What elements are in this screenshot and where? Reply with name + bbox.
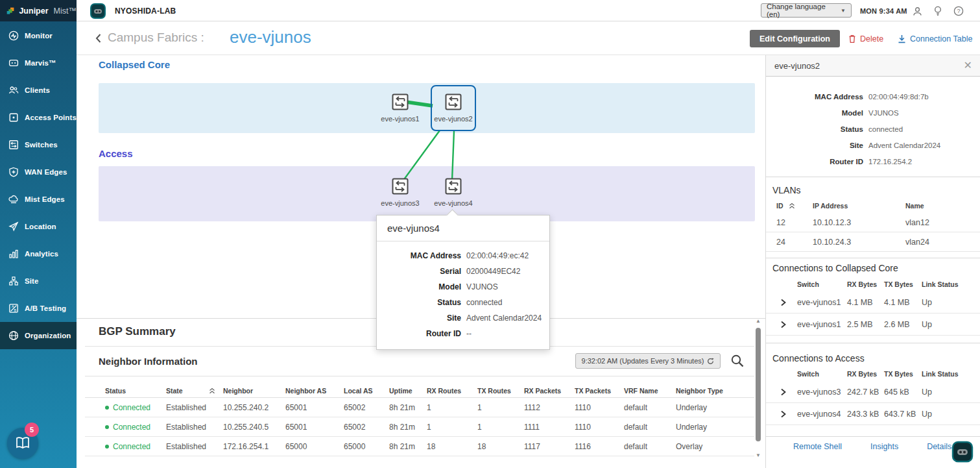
column-header-local-as[interactable]: Local AS [344, 387, 389, 395]
site-icon [8, 276, 19, 286]
marvis-bot-fab[interactable] [951, 441, 974, 465]
selected-node-ring [431, 85, 476, 131]
scroll-down-arrow[interactable]: ▼ [755, 452, 761, 458]
field-label: Status [766, 125, 863, 133]
access-points-icon [8, 112, 19, 123]
column-header-rx-packets[interactable]: RX Packets [524, 387, 575, 395]
language-selector[interactable]: Change language (en) ▼ [761, 3, 852, 18]
access-band [99, 166, 755, 221]
connection-table-button[interactable]: Connection Table [898, 30, 972, 47]
sidebar: JuniperMist™ MonitorMarvis™ClientsAccess… [0, 0, 77, 468]
field-label: Serial [377, 267, 461, 276]
column-header-neighbor-as[interactable]: Neighbor AS [285, 387, 344, 395]
table-row[interactable]: ConnectedEstablished172.16.254.165000650… [85, 437, 754, 456]
scroll-up-arrow[interactable]: ▲ [755, 318, 761, 324]
org-switcher[interactable]: NYOSHIDA-LAB [90, 3, 176, 19]
sidebar-item-mist-edges[interactable]: Mist Edges [0, 186, 77, 213]
expand-chevron[interactable] [779, 320, 797, 329]
account-icon[interactable] [911, 5, 924, 18]
topology-node-eve-vjunos3[interactable]: eve-vjunos3 [374, 178, 426, 207]
back-chevron-icon[interactable] [95, 33, 102, 46]
field-row: ModelVJUNOS [377, 279, 549, 295]
breadcrumb[interactable]: Campus Fabrics : [108, 31, 204, 45]
column-header-rx-routes[interactable]: RX Routes [427, 387, 477, 395]
column-header-tx-packets[interactable]: TX Packets [575, 387, 624, 395]
column-header-link-status[interactable]: Link Status [922, 280, 980, 288]
sidebar-item-analytics[interactable]: Analytics [0, 240, 77, 267]
column-header-label: TX Bytes [884, 370, 913, 378]
topology-canvas: Collapsed Core Access eve-vjunos1eve-vju… [77, 55, 765, 468]
juniper-mist-logo[interactable]: JuniperMist™ [0, 0, 77, 21]
field-row: Serial02000449EC42 [377, 264, 549, 279]
column-header-vrf-name[interactable]: VRF Name [624, 387, 676, 395]
sidebar-item-clients[interactable]: Clients [0, 77, 77, 104]
refresh-interval-chip[interactable]: 9:32:02 AM (Updates Every 3 Minutes) [575, 353, 721, 369]
close-icon[interactable]: ✕ [964, 55, 972, 75]
column-header-tx-bytes[interactable]: TX Bytes [884, 280, 922, 288]
chevron-down-icon: ▼ [841, 8, 846, 14]
column-header-neighbor-type[interactable]: Neighbor Type [676, 387, 754, 395]
cell: 65001 [285, 403, 344, 412]
column-header-link-status[interactable]: Link Status [922, 370, 980, 378]
sidebar-item-a-b-testing[interactable]: ABA/B Testing [0, 295, 77, 322]
sidebar-item-organization[interactable]: Organization [0, 322, 77, 349]
column-header-rx-bytes[interactable]: RX Bytes [847, 280, 884, 288]
table-row[interactable]: eve-vjunos14.1 MB4.1 MBUp [766, 291, 980, 314]
search-icon[interactable] [730, 354, 745, 368]
table-row[interactable]: eve-vjunos4243.3 kB643.7 kBUp [766, 403, 980, 425]
topology-node-eve-vjunos4[interactable]: eve-vjunos4 [427, 178, 479, 207]
column-header-rx-bytes[interactable]: RX Bytes [847, 370, 884, 378]
expand-chevron[interactable] [779, 410, 797, 419]
column-header-ip-address[interactable]: IP Address [813, 202, 905, 210]
cell: 8h 21m [389, 423, 427, 432]
expand-chevron[interactable] [779, 388, 797, 397]
insights-link[interactable]: Insights [870, 442, 898, 451]
column-header-name[interactable]: Name [905, 202, 980, 210]
column-header-state[interactable]: State [166, 387, 223, 395]
divider [766, 343, 980, 343]
details-link[interactable]: Details [927, 442, 951, 451]
marvis-icon [8, 58, 19, 68]
sidebar-item-wan-edges[interactable]: WAN Edges [0, 158, 77, 186]
help-icon[interactable]: ? [952, 5, 965, 18]
collapsed-core-band [99, 83, 755, 133]
column-header-tx-routes[interactable]: TX Routes [477, 387, 524, 395]
table-row[interactable]: eve-vjunos12.5 MB2.6 MBUp [766, 314, 980, 336]
edit-configuration-button[interactable]: Edit Configuration [750, 30, 840, 47]
table-row[interactable]: 2410.10.24.3vlan24 [766, 232, 980, 252]
table-row[interactable]: eve-vjunos3242.7 kB645 kBUp [766, 381, 980, 403]
table-row[interactable]: ConnectedEstablished10.255.240.265001650… [85, 398, 754, 417]
scrollbar-thumb[interactable] [756, 328, 761, 441]
sidebar-item-monitor[interactable]: Monitor [0, 22, 77, 49]
main-scrollbar[interactable]: ▲ ▼ [754, 318, 762, 461]
column-header-id[interactable]: ID [776, 202, 813, 210]
column-header-uptime[interactable]: Uptime [389, 387, 427, 395]
column-header-neighbor[interactable]: Neighbor [223, 387, 285, 395]
column-header-switch[interactable]: Switch [797, 280, 847, 288]
svg-text:?: ? [957, 8, 960, 14]
sidebar-item-access-points[interactable]: Access Points [0, 104, 77, 131]
table-header: IDIP AddressName [766, 199, 980, 213]
open-book-icon [15, 437, 30, 450]
cell: vlan24 [905, 238, 980, 247]
table-row[interactable]: ConnectedEstablished10.255.240.565001650… [85, 417, 754, 437]
table-row[interactable]: 1210.10.12.3vlan12 [766, 213, 980, 232]
expand-chevron[interactable] [779, 298, 797, 307]
column-header-label: Neighbor [223, 387, 253, 395]
cell: 242.7 kB [847, 388, 884, 397]
sidebar-item-location[interactable]: Location [0, 213, 77, 240]
topology-node-eve-vjunos1[interactable]: eve-vjunos1 [374, 93, 426, 123]
column-header-status[interactable]: Status [105, 387, 166, 395]
column-header-label: Uptime [389, 387, 412, 395]
divider [85, 376, 754, 376]
divider [766, 436, 980, 437]
sidebar-item-site[interactable]: Site [0, 267, 77, 295]
delete-button[interactable]: Delete [848, 30, 883, 47]
remote-shell-link[interactable]: Remote Shell [793, 442, 842, 451]
whats-new-icon[interactable] [931, 5, 944, 18]
sidebar-item-switches[interactable]: Switches [0, 131, 77, 158]
column-header-switch[interactable]: Switch [797, 370, 847, 378]
sidebar-item-marvis[interactable]: Marvis™ [0, 49, 77, 77]
column-header-label: RX Routes [427, 387, 461, 395]
column-header-tx-bytes[interactable]: TX Bytes [884, 370, 922, 378]
